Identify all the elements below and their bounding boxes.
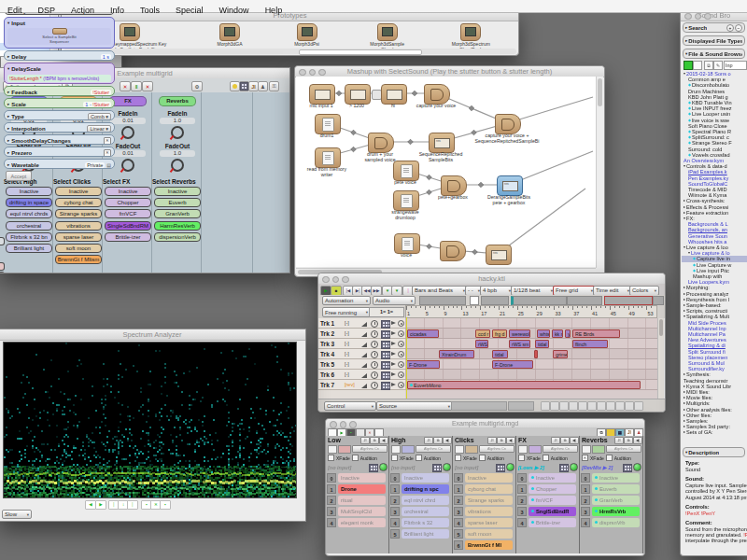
speaker-button[interactable]: ◀): [379, 437, 388, 444]
speaker-button[interactable]: ◀): [443, 437, 452, 444]
bottom-dropdown-1[interactable]: Control▾: [324, 401, 376, 411]
fadein-value[interactable]: 0.01: [110, 118, 146, 124]
track-lane[interactable]: cicadasccd rfrg dwerewolfwhtskk nyRE Bir…: [405, 329, 657, 339]
xfade-checkbox[interactable]: ✕: [582, 455, 588, 461]
fade-icon[interactable]: [361, 332, 367, 337]
grid-sound-item[interactable]: ritual: [338, 496, 386, 505]
sound-item[interactable]: Euverb: [154, 198, 201, 207]
mini-button[interactable]: [559, 401, 569, 411]
sound-item[interactable]: dispersionVerb: [154, 232, 201, 242]
fadein-knob[interactable]: [171, 126, 184, 139]
track-header[interactable]: Trk 2[-]: [318, 329, 405, 339]
fadeout-value[interactable]: 0.01: [110, 150, 146, 157]
scrollbar-thumb[interactable]: [598, 78, 602, 106]
grid-sound-item[interactable]: vibrations: [465, 507, 513, 516]
flow-node-capture[interactable]: [424, 84, 450, 105]
clock-icon[interactable]: [371, 330, 378, 338]
track-mode-toggle[interactable]: [-]: [345, 351, 349, 357]
user-button[interactable]: ♟: [258, 81, 268, 91]
prototype-item[interactable]: Morph3dPsi: [266, 22, 346, 48]
param-header[interactable]: ▾Input: [5, 18, 114, 28]
track-lane[interactable]: XtrainDrumtidalgrime: [405, 349, 657, 359]
xfade-checkbox[interactable]: [328, 455, 334, 461]
status-led[interactable]: [443, 463, 451, 471]
value-field[interactable]: [451, 401, 507, 411]
param-header[interactable]: ▾DelayScale: [5, 63, 114, 74]
sound-item[interactable]: Inactive: [154, 187, 201, 196]
clock-icon[interactable]: [371, 382, 378, 389]
speaker-icon[interactable]: [391, 383, 396, 386]
clock-icon[interactable]: [371, 361, 378, 369]
collapse-arrow[interactable]: ▾: [685, 51, 687, 56]
param-dropdown[interactable]: Linear ▾: [87, 125, 111, 133]
sound-item[interactable]: drifting in space: [6, 198, 52, 207]
fadeout-knob[interactable]: [171, 159, 184, 172]
speaker-icon[interactable]: [391, 372, 396, 376]
mini-button[interactable]: [541, 401, 550, 411]
grid-icon[interactable]: [381, 341, 390, 349]
xfade-checkbox[interactable]: [391, 455, 398, 461]
timeline-clip[interactable]: [534, 350, 538, 358]
grid-sound-item[interactable]: Inactive: [592, 473, 640, 483]
tree-item[interactable]: ▸Sets of GA:: [682, 429, 747, 435]
track-lane[interactable]: F-DroneF-Drone: [405, 359, 657, 370]
grid-sound-item[interactable]: orchestral: [402, 507, 449, 516]
sound-item[interactable]: Strange sparks: [55, 209, 102, 218]
expand-arrow[interactable]: ▸: [7, 54, 9, 59]
param-header[interactable]: ▸Prezero✕: [5, 147, 114, 157]
edit-button[interactable]: ✎: [713, 61, 723, 70]
grid-sound-item[interactable]: eql ntrvl chrd: [402, 496, 449, 505]
add-button[interactable]: +: [726, 24, 734, 32]
param-header[interactable]: ▸TypeComb ▾: [5, 111, 114, 120]
param-value[interactable]: 1 - !Stutter: [83, 102, 111, 107]
track-header[interactable]: Trk 6[-]: [318, 370, 405, 380]
timeline-ruler[interactable]: 1591317212529333741454953: [405, 305, 657, 318]
ji-button[interactable]: JI: [614, 437, 624, 444]
grid-sound-item[interactable]: Inactive: [465, 473, 513, 483]
clock-icon[interactable]: [371, 371, 378, 379]
param-value[interactable]: Private: [85, 162, 105, 168]
clock-icon[interactable]: [371, 341, 378, 348]
record-icon[interactable]: [398, 382, 404, 388]
grid-icon[interactable]: [559, 464, 569, 472]
param-checkbox[interactable]: ✕: [104, 149, 111, 157]
flow-node-petegear[interactable]: [441, 175, 467, 196]
bottom-dropdown-2[interactable]: Source▾: [376, 401, 453, 411]
timeline-clip[interactable]: F-Drone: [492, 360, 533, 369]
timeline-clip[interactable]: RE Birds: [572, 329, 620, 338]
timeline-dropdown-4[interactable]: 1/128 beat▾: [511, 286, 556, 296]
grid-icon[interactable]: [381, 330, 390, 339]
grid-icon[interactable]: [381, 382, 390, 390]
track-header[interactable]: Trk 3[-]: [318, 339, 405, 349]
grid-sound-item[interactable]: fmVCF: [529, 496, 576, 505]
timeline-clip[interactable]: flinch: [572, 340, 608, 348]
fadein-value[interactable]: 1.0: [160, 118, 195, 124]
mini-button[interactable]: [550, 401, 559, 411]
record-icon[interactable]: [398, 341, 404, 347]
audition-checkbox[interactable]: [543, 455, 549, 461]
timeline-clip[interactable]: XtrainDrum: [439, 350, 474, 358]
value-block[interactable]: [470, 296, 479, 305]
flow-node-conn1[interactable]: [372, 90, 382, 100]
speaker-icon[interactable]: [391, 331, 396, 335]
traffic-lights[interactable]: [299, 69, 326, 77]
copy-button[interactable]: ⧉: [624, 437, 633, 444]
track-header[interactable]: Trk 5[-]: [318, 359, 405, 370]
timeline-clip[interactable]: y: [565, 329, 571, 338]
mute-box[interactable]: [582, 445, 591, 454]
value-block[interactable]: [511, 296, 567, 305]
color-swatch[interactable]: [592, 445, 605, 454]
track-mode-toggle[interactable]: [-]: [345, 320, 349, 326]
timeline-clip[interactable]: werewolf: [509, 329, 530, 338]
traffic-lights[interactable]: [322, 276, 349, 284]
grid-icon[interactable]: [381, 351, 390, 359]
flow-node-comb2[interactable]: [440, 241, 466, 261]
expand-arrow[interactable]: ▸: [7, 126, 9, 131]
ji-button[interactable]: JI: [551, 437, 560, 444]
record-icon[interactable]: [398, 330, 404, 337]
grid-sound-item[interactable]: Euverb: [592, 484, 640, 494]
flow-node-drum1[interactable]: [315, 114, 341, 134]
menu-help[interactable]: Help: [258, 5, 291, 17]
audition-checkbox[interactable]: [352, 455, 359, 461]
fadeout-value[interactable]: 1.0: [160, 150, 195, 157]
